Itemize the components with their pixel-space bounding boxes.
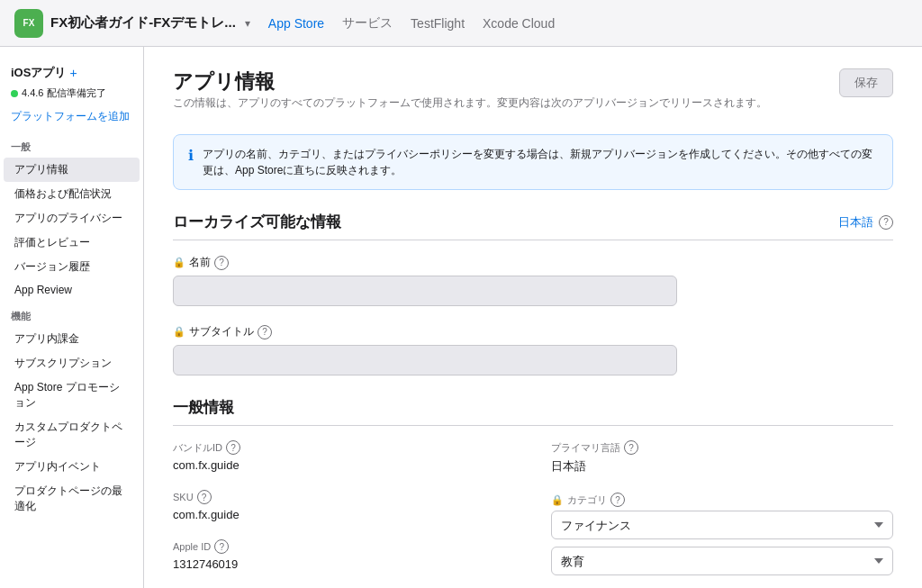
subtitle-help-icon[interactable]: ? — [258, 325, 272, 339]
sidebar-ios-title: iOSアプリ — [11, 65, 66, 81]
sidebar-item-app-info[interactable]: アプリ情報 — [4, 158, 140, 182]
sidebar-item-pricing[interactable]: 価格および配信状況 — [4, 182, 140, 206]
primary-lang-label: プライマリ言語 ? — [551, 440, 893, 455]
page-subtitle: この情報は、アプリのすべてのプラットフォームで使用されます。変更内容は次のアプリ… — [173, 95, 767, 111]
sidebar-item-custom-pages[interactable]: カスタムプロダクトページ — [4, 415, 140, 455]
category-help-icon[interactable]: ? — [610, 493, 625, 507]
sidebar-add-platform-icon[interactable]: + — [69, 66, 77, 80]
sidebar-item-version-history[interactable]: バージョン履歴 — [4, 255, 140, 279]
sidebar-item-privacy[interactable]: アプリのプライバシー — [4, 206, 140, 231]
category-lock-icon: 🔒 — [551, 494, 564, 506]
sidebar-item-ratings[interactable]: 評価とレビュー — [4, 231, 140, 255]
bundle-id-value: com.fx.guide — [173, 458, 515, 472]
sidebar-version-dot — [11, 90, 18, 97]
sidebar-ios-header: iOSアプリ + — [0, 61, 143, 85]
sku-field: SKU ? com.fx.guide — [173, 490, 515, 521]
bundle-id-help-icon[interactable]: ? — [226, 440, 240, 455]
header-chevron-icon[interactable]: ▾ — [245, 17, 250, 30]
apple-id-field: Apple ID ? 1312746019 — [173, 539, 515, 571]
header-nav: App Store サービス TestFlight Xcode Cloud — [268, 15, 555, 32]
sidebar-item-subscriptions[interactable]: サブスクリプション — [4, 351, 140, 375]
category-label: 🔒 カテゴリ ? — [551, 493, 893, 507]
category-primary-wrapper: ファイナンス — [551, 511, 893, 539]
sidebar-features-group-label: 機能 — [0, 301, 143, 327]
sku-help-icon[interactable]: ? — [197, 490, 212, 504]
subtitle-lock-icon: 🔒 — [173, 326, 185, 338]
bundle-id-label: バンドルID ? — [173, 440, 515, 455]
sku-value: com.fx.guide — [173, 508, 515, 521]
primary-lang-value: 日本語 — [551, 458, 893, 475]
subtitle-input-wrapper — [173, 345, 677, 375]
sidebar-item-app-review[interactable]: App Review — [4, 279, 140, 301]
info-banner: ℹ アプリの名前、カテゴリ、またはプライバシーポリシーを変更する場合は、新規アプ… — [173, 134, 893, 190]
nav-app-store[interactable]: App Store — [268, 16, 324, 31]
sidebar-item-optimization[interactable]: プロダクトページの最適化 — [4, 479, 140, 519]
language-selector[interactable]: 日本語 — [838, 214, 873, 231]
apple-id-value: 1312746019 — [173, 557, 515, 571]
nav-xcode-cloud[interactable]: Xcode Cloud — [483, 16, 555, 31]
sidebar-item-promotions[interactable]: App Store プロモーション — [4, 375, 140, 415]
sidebar-item-in-app-events[interactable]: アプリ内イベント — [4, 455, 140, 479]
category-secondary-select[interactable]: 教育 — [551, 547, 893, 575]
main-layout: iOSアプリ + 4.4.6 配信準備完了 プラットフォームを追加 一般 アプリ… — [0, 47, 922, 588]
sidebar-version: 4.4.6 配信準備完了 — [0, 85, 143, 102]
name-lock-icon: 🔒 — [173, 257, 185, 268]
sidebar-add-platform-link[interactable]: プラットフォームを追加 — [0, 102, 143, 131]
localizable-help-icon[interactable]: ? — [879, 215, 893, 230]
name-field-label: 🔒 名前 ? — [173, 255, 893, 270]
nav-testflight[interactable]: TestFlight — [411, 16, 465, 31]
bundle-id-field: バンドルID ? com.fx.guide — [173, 440, 515, 472]
localizable-section-title: ローカライズ可能な情報 日本語 ? — [173, 212, 893, 240]
nav-services[interactable]: サービス — [342, 15, 393, 32]
sku-label: SKU ? — [173, 490, 515, 504]
general-info-section: 一般情報 バンドルID ? com.fx.guide SKU — [173, 397, 893, 588]
name-field-group: 🔒 名前 ? — [173, 255, 893, 306]
section-title-right: 日本語 ? — [838, 214, 893, 231]
category-secondary-wrapper: 教育 — [551, 547, 893, 575]
name-input[interactable] — [173, 276, 677, 306]
app-header: FX FX初心者ガイド-FXデモトレ... ▾ App Store サービス T… — [0, 0, 922, 47]
category-primary-select[interactable]: ファイナンス — [551, 511, 893, 539]
main-content: アプリ情報 この情報は、アプリのすべてのプラットフォームで使用されます。変更内容… — [144, 47, 922, 588]
apple-id-help-icon[interactable]: ? — [214, 539, 229, 554]
sidebar-item-iap[interactable]: アプリ内課金 — [4, 327, 140, 351]
primary-lang-field: プライマリ言語 ? 日本語 — [551, 440, 893, 475]
apple-id-label: Apple ID ? — [173, 539, 515, 554]
info-banner-text: アプリの名前、カテゴリ、またはプライバシーポリシーを変更する場合は、新規アプリバ… — [203, 146, 878, 178]
info-icon: ℹ — [188, 147, 194, 164]
general-info-grid: バンドルID ? com.fx.guide SKU ? com.fx.guide — [173, 440, 893, 588]
app-title: FX初心者ガイド-FXデモトレ... — [50, 14, 236, 32]
subtitle-input[interactable] — [173, 345, 677, 375]
save-button[interactable]: 保存 — [839, 68, 893, 97]
sidebar-version-text: 4.4.6 配信準備完了 — [22, 86, 106, 100]
subtitle-field-group: 🔒 サブタイトル ? — [173, 324, 893, 375]
name-input-wrapper — [173, 276, 677, 306]
sidebar-general-group-label: 一般 — [0, 131, 143, 158]
page-title: アプリ情報 — [173, 68, 767, 95]
subtitle-field-label: 🔒 サブタイトル ? — [173, 324, 893, 339]
name-help-icon[interactable]: ? — [214, 256, 229, 270]
primary-lang-help-icon[interactable]: ? — [624, 440, 638, 455]
sidebar: iOSアプリ + 4.4.6 配信準備完了 プラットフォームを追加 一般 アプリ… — [0, 47, 144, 588]
page-header: アプリ情報 この情報は、アプリのすべてのプラットフォームで使用されます。変更内容… — [173, 68, 893, 129]
general-section-title: 一般情報 — [173, 397, 893, 426]
category-field: 🔒 カテゴリ ? ファイナンス 教育 — [551, 493, 893, 575]
app-logo: FX — [14, 9, 43, 38]
